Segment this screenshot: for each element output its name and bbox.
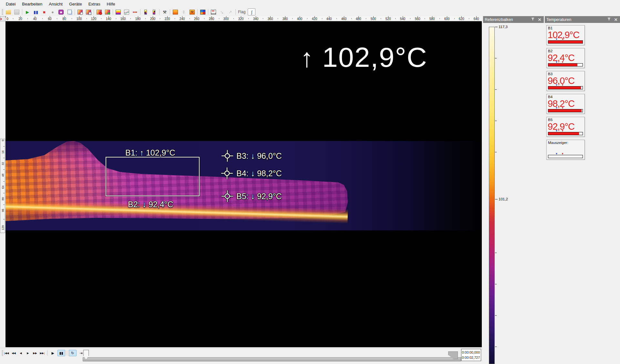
image-copy-icon[interactable]: [85, 8, 92, 15]
menu-ansicht[interactable]: Ansicht: [46, 1, 66, 7]
close-icon[interactable]: ✕: [613, 17, 618, 22]
temp-range-bar[interactable]: [548, 155, 583, 158]
toolbar-grip[interactable]: [2, 9, 3, 15]
image-record-icon[interactable]: [95, 8, 103, 15]
menu-extras[interactable]: Extras: [85, 1, 104, 7]
temp-card-b4[interactable]: B498,2°C▼▼: [546, 94, 585, 114]
toolbar-separator: [159, 9, 160, 15]
play-button[interactable]: ▶: [49, 350, 57, 356]
temperatures-title: Temperaturen: [546, 17, 571, 22]
temp-card-mauszeiger[interactable]: Mauszeiger:▼▼: [546, 140, 585, 160]
measure-points-icon[interactable]: ▪▪▪: [131, 8, 139, 15]
h-ruler-label: 60: [48, 17, 51, 21]
profile-curves-icon[interactable]: [123, 8, 130, 15]
h-ruler-label: 420: [312, 17, 317, 21]
temp-range-bar[interactable]: [548, 40, 583, 44]
label-b1[interactable]: B1: ↑ 102,9°C: [125, 148, 175, 157]
max-marker-icon[interactable]: ▼: [561, 107, 564, 109]
label-b2[interactable]: B2: ↓ 92,4°C: [128, 200, 173, 209]
menu-geräte[interactable]: Geräte: [66, 1, 85, 7]
menu-bar: DateiBearbeitenAnsichtGeräteExtrasHilfe: [0, 0, 620, 8]
reference-bar-title: Referenzbalken: [485, 17, 513, 22]
reference-color-bar[interactable]: [489, 27, 495, 364]
scale-shift-up-icon[interactable]: [142, 8, 150, 15]
measure-point-b3[interactable]: [222, 150, 233, 162]
vertical-ruler: 0163248648096120: [0, 139, 5, 233]
temp-card-b2[interactable]: B292,4°C▼▼: [546, 48, 585, 68]
pin-icon[interactable]: [607, 18, 611, 21]
v-ruler-label: 0: [1, 138, 5, 143]
scale-shift-down-icon[interactable]: [150, 8, 158, 15]
measure-rect-b1[interactable]: [106, 157, 200, 196]
h-ruler-label: 400: [297, 17, 303, 21]
loop-button[interactable]: ↻: [69, 350, 77, 356]
tools-icon[interactable]: ⚒: [161, 8, 169, 15]
pin-icon[interactable]: [531, 18, 534, 21]
menu-datei[interactable]: Datei: [3, 1, 19, 7]
palette-tools-icon[interactable]: ⚒: [188, 8, 196, 15]
v-ruler-label: 48: [1, 173, 5, 177]
max-marker-icon[interactable]: ▼: [561, 84, 564, 86]
menu-bearbeiten[interactable]: Bearbeiten: [19, 1, 46, 7]
temp-range-bar[interactable]: [548, 132, 583, 135]
go-first-button[interactable]: |◀◀: [3, 350, 10, 356]
step-back-button[interactable]: ◀: [17, 350, 24, 356]
min-marker-icon[interactable]: ▼: [555, 84, 558, 86]
image-play-icon[interactable]: [104, 8, 111, 15]
measure-line-icon[interactable]: [210, 8, 217, 15]
open-file-icon[interactable]: [5, 8, 12, 15]
temp-range-bar[interactable]: [548, 63, 583, 66]
max-marker-icon[interactable]: ▼: [561, 130, 564, 132]
stop-icon[interactable]: ■: [40, 8, 48, 15]
min-marker-icon[interactable]: ▼: [555, 107, 558, 109]
h-ruler-label: 120: [91, 17, 97, 21]
v-ruler-label: 80: [1, 197, 5, 201]
image-zoom-icon[interactable]: [76, 8, 84, 15]
h-ruler-label: 200: [150, 17, 156, 21]
mosaic-settings-icon[interactable]: [199, 8, 207, 15]
reference-bar-panel: Referenzbalken ✕ 117,3101,2: [483, 16, 544, 364]
pause-icon[interactable]: ▮▮: [32, 8, 40, 15]
label-b3[interactable]: B3: ↓ 96,0°C: [236, 151, 282, 161]
temp-card-b5[interactable]: B592,9°C▼▼: [546, 117, 585, 137]
close-icon[interactable]: ✕: [537, 17, 542, 22]
fast-forward-button[interactable]: ▶▶: [32, 350, 38, 356]
fast-rewind-button[interactable]: ◀◀: [10, 350, 17, 356]
temp-range-bar[interactable]: [548, 86, 583, 89]
min-marker-icon[interactable]: ▼: [555, 130, 558, 132]
temp-card-b1[interactable]: B1102,9°C▼▼: [546, 25, 585, 45]
temperatures-title-bar: Temperaturen ✕: [545, 16, 620, 23]
up-arrow-icon: ↑: [300, 44, 314, 72]
copy-icon[interactable]: [66, 8, 73, 15]
event-brace-icon[interactable]: ʃ: [248, 8, 255, 15]
play-icon[interactable]: ▶: [24, 8, 31, 15]
min-marker-icon[interactable]: ▼: [555, 153, 558, 155]
min-marker-icon[interactable]: ▼: [555, 61, 558, 64]
temp-card-label: Mauszeiger:: [548, 141, 568, 145]
toolbar-separator: [75, 9, 75, 15]
record-icon[interactable]: ●: [49, 8, 57, 15]
timeline-track[interactable]: [83, 357, 461, 361]
h-ruler-label: 620: [459, 17, 464, 21]
h-ruler-label: 300: [223, 17, 229, 21]
palette-select-icon[interactable]: [114, 8, 122, 15]
menu-hilfe[interactable]: Hilfe: [103, 1, 118, 7]
max-marker-icon[interactable]: ▼: [561, 153, 564, 155]
label-b5[interactable]: B5: ↓ 92,9°C: [236, 192, 282, 201]
playback-controls: |◀◀◀◀◀▶▶▶▶▶|▶▮▮↻⇥: [3, 350, 85, 356]
palette-bar-icon[interactable]: [171, 8, 179, 15]
max-marker-icon[interactable]: ▼: [561, 61, 564, 64]
temp-card-b3[interactable]: B396,0°C▼▼: [546, 71, 585, 91]
go-last-button[interactable]: ▶▶|: [39, 350, 45, 356]
label-b4[interactable]: B4: ↓ 98,2°C: [236, 169, 282, 178]
thermal-image-viewport[interactable]: ↑102,9°C B1: ↑ 102,9°C B2: ↓ 92,4°C B3: …: [5, 21, 482, 347]
measure-point-b5[interactable]: [222, 190, 233, 202]
measure-point-b4[interactable]: [221, 167, 233, 179]
h-ruler-label: 220: [165, 17, 170, 21]
pause-button[interactable]: ▮▮: [57, 350, 65, 356]
temp-range-bar[interactable]: [548, 109, 583, 112]
min-marker-icon[interactable]: ▼: [555, 38, 558, 41]
snapshot-camera-icon[interactable]: [57, 8, 65, 15]
max-marker-icon[interactable]: ▼: [561, 38, 564, 41]
step-forward-button[interactable]: ▶: [25, 350, 31, 356]
